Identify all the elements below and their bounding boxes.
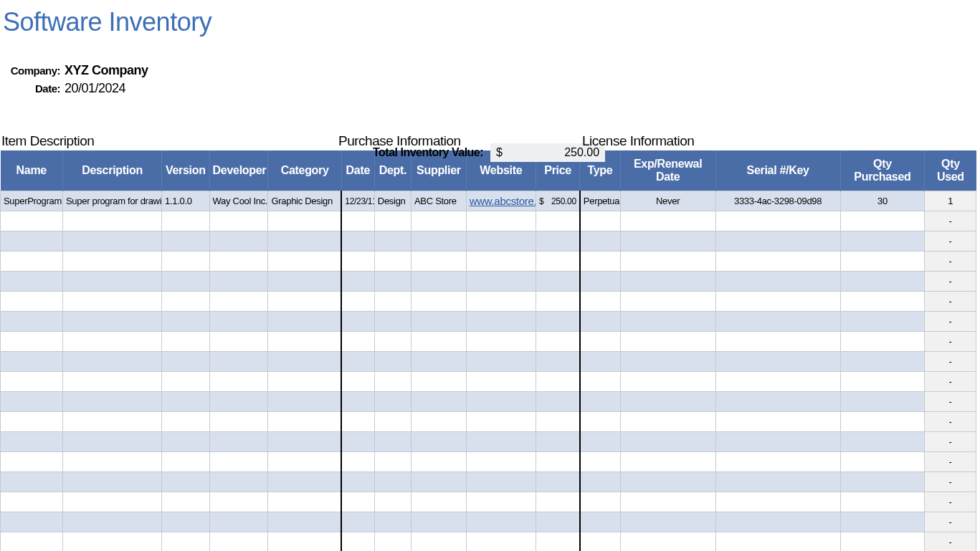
cell-empty[interactable] (268, 292, 341, 312)
cell-empty[interactable] (341, 272, 374, 292)
cell-empty[interactable] (209, 332, 268, 352)
cell-empty[interactable] (268, 312, 341, 332)
company-value[interactable]: XYZ Company (65, 63, 148, 78)
cell-empty[interactable] (268, 412, 341, 432)
cell-empty[interactable] (466, 251, 536, 272)
cell-empty[interactable] (580, 352, 620, 372)
cell-dev[interactable]: Way Cool Inc. (209, 191, 268, 211)
cell-empty[interactable] (1, 492, 63, 512)
cell-empty[interactable] (620, 332, 715, 352)
cell-empty[interactable] (62, 231, 161, 251)
table-row[interactable]: - (1, 231, 976, 251)
cell-empty[interactable] (1, 452, 63, 472)
cell-empty[interactable] (341, 412, 374, 432)
cell-empty[interactable] (268, 332, 341, 352)
cell-empty[interactable] (715, 492, 840, 512)
cell-empty[interactable] (162, 312, 210, 332)
cell-empty[interactable] (466, 352, 536, 372)
cell-empty[interactable] (374, 412, 411, 432)
cell-empty[interactable] (1, 251, 63, 272)
cell-empty[interactable] (341, 492, 374, 512)
cell-empty[interactable] (374, 512, 411, 532)
cell-empty[interactable] (162, 512, 210, 532)
cell-empty[interactable] (1, 512, 63, 532)
cell-empty[interactable] (715, 392, 840, 412)
cell-empty[interactable] (341, 251, 374, 272)
cell-empty[interactable] (620, 512, 715, 532)
cell-empty[interactable] (268, 492, 341, 512)
cell-empty[interactable] (620, 392, 715, 412)
cell-empty[interactable] (466, 452, 536, 472)
table-row[interactable]: - (1, 452, 976, 472)
cell-empty[interactable] (209, 432, 268, 452)
cell-empty[interactable] (62, 392, 161, 412)
cell-empty[interactable] (62, 472, 161, 492)
cell-empty[interactable] (466, 231, 536, 251)
cell-empty[interactable] (268, 532, 341, 552)
cell-empty[interactable] (715, 272, 840, 292)
cell-empty[interactable]: - (925, 472, 976, 492)
cell-empty[interactable] (209, 512, 268, 532)
cell-empty[interactable] (536, 412, 579, 432)
cell-empty[interactable] (840, 312, 925, 332)
cell-empty[interactable] (466, 512, 536, 532)
cell-empty[interactable] (715, 292, 840, 312)
table-row[interactable]: - (1, 352, 976, 372)
cell-empty[interactable] (1, 231, 63, 251)
cell-empty[interactable] (620, 452, 715, 472)
cell-qtyp[interactable]: 30 (840, 191, 925, 211)
cell-empty[interactable] (466, 292, 536, 312)
cell-empty[interactable] (341, 532, 374, 552)
cell-empty[interactable] (580, 251, 620, 272)
cell-empty[interactable] (840, 292, 925, 312)
cell-empty[interactable] (580, 292, 620, 312)
table-row[interactable]: - (1, 532, 976, 552)
cell-empty[interactable] (209, 211, 268, 231)
cell-empty[interactable] (162, 492, 210, 512)
cell-empty[interactable] (466, 272, 536, 292)
cell-empty[interactable] (580, 211, 620, 231)
cell-empty[interactable] (1, 312, 63, 332)
cell-empty[interactable] (580, 432, 620, 452)
cell-empty[interactable] (411, 392, 467, 412)
cell-empty[interactable] (374, 472, 411, 492)
cell-empty[interactable] (1, 432, 63, 452)
cell-empty[interactable] (62, 372, 161, 392)
cell-empty[interactable] (374, 452, 411, 472)
cell-empty[interactable] (209, 472, 268, 492)
cell-empty[interactable] (466, 312, 536, 332)
cell-empty[interactable] (62, 492, 161, 512)
cell-empty[interactable] (411, 532, 467, 552)
cell-empty[interactable] (580, 392, 620, 412)
cell-empty[interactable] (715, 452, 840, 472)
cell-empty[interactable] (374, 272, 411, 292)
cell-price[interactable]: $250.00 (536, 191, 579, 211)
cell-empty[interactable] (209, 292, 268, 312)
cell-empty[interactable] (580, 492, 620, 512)
cell-empty[interactable] (341, 332, 374, 352)
cell-empty[interactable] (580, 532, 620, 552)
cell-empty[interactable] (411, 251, 467, 272)
cell-empty[interactable] (374, 231, 411, 251)
cell-empty[interactable] (209, 352, 268, 372)
cell-empty[interactable] (620, 231, 715, 251)
cell-empty[interactable] (620, 532, 715, 552)
cell-empty[interactable] (536, 492, 579, 512)
cell-empty[interactable] (162, 372, 210, 392)
cell-date[interactable]: 12/23/11 (341, 191, 374, 211)
cell-empty[interactable] (466, 412, 536, 432)
cell-desc[interactable]: Super program for drawing (62, 191, 161, 211)
cell-empty[interactable] (162, 292, 210, 312)
cell-empty[interactable] (536, 512, 579, 532)
cell-empty[interactable] (209, 492, 268, 512)
cell-dept[interactable]: Design (374, 191, 411, 211)
cell-empty[interactable] (466, 432, 536, 452)
cell-empty[interactable] (536, 352, 579, 372)
cell-empty[interactable] (268, 452, 341, 472)
cell-empty[interactable] (580, 231, 620, 251)
table-row[interactable]: - (1, 432, 976, 452)
cell-empty[interactable] (162, 211, 210, 231)
table-row[interactable]: - (1, 492, 976, 512)
cell-empty[interactable] (209, 251, 268, 272)
cell-empty[interactable] (374, 372, 411, 392)
